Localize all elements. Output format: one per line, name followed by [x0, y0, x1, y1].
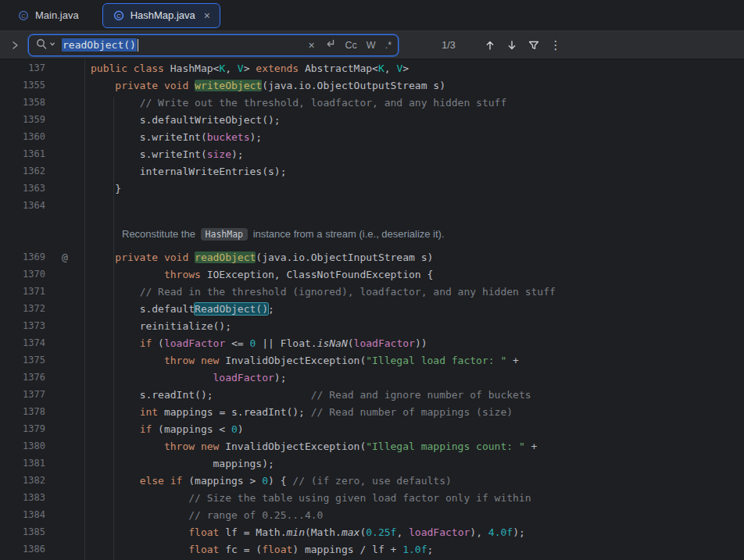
more-options-icon[interactable]: ⋮ [545, 36, 566, 55]
editor-tab-bar: C Main.java C HashMap.java × [0, 0, 744, 31]
expand-replace-chevron-icon[interactable] [9, 40, 20, 51]
code-editor[interactable]: 137public class HashMap<K, V> extends Ab… [0, 59, 744, 560]
line-number[interactable]: 1364 [0, 200, 45, 217]
code-line: 1386 float fc = (float) mappings / lf + … [0, 544, 744, 560]
code-text[interactable]: // Write out the threshold, loadfactor, … [84, 97, 744, 114]
clear-search-icon[interactable]: × [308, 40, 314, 51]
code-text[interactable]: float lf = Math.min(Math.max(0.25f, load… [84, 526, 744, 544]
line-number[interactable]: 1358 [0, 97, 45, 114]
code-text[interactable]: throws IOException, ClassNotFoundExcepti… [84, 269, 744, 286]
tab-main-java[interactable]: C Main.java [8, 4, 88, 27]
line-number[interactable]: 1362 [0, 166, 45, 183]
line-number[interactable]: 1359 [0, 114, 45, 131]
line-number[interactable]: 1376 [0, 372, 45, 389]
gutter-icon-slot [45, 492, 84, 509]
doc-comment-text: Reconstitute the HashMap instance from a… [84, 226, 445, 243]
code-text[interactable]: } [84, 183, 744, 200]
whole-words-toggle[interactable]: W [367, 40, 376, 51]
code-text[interactable] [84, 200, 744, 217]
code-text[interactable]: s.defaultReadObject(); [84, 303, 744, 320]
line-number[interactable]: 1363 [0, 183, 45, 200]
line-number[interactable]: 1375 [0, 355, 45, 372]
regex-toggle[interactable]: .* [385, 40, 392, 51]
code-text[interactable]: public class HashMap<K, V> extends Abstr… [84, 62, 744, 80]
gutter: 1370 [0, 269, 84, 286]
code-text[interactable]: s.defaultWriteObject(); [84, 114, 744, 131]
search-icon[interactable] [35, 37, 57, 53]
gutter-icon-slot [45, 544, 84, 560]
java-class-icon: C [17, 9, 30, 22]
svg-text:C: C [116, 12, 121, 19]
match-case-toggle[interactable]: Cc [345, 40, 357, 51]
line-number[interactable]: 1372 [0, 303, 45, 320]
code-text[interactable]: // Read in the threshold (ignored), load… [84, 286, 744, 303]
code-text[interactable]: if (loadFactor <= 0 || Float.isNaN(loadF… [84, 337, 744, 355]
gutter: 1371 [0, 286, 84, 303]
line-number[interactable]: 1360 [0, 131, 45, 148]
line-number[interactable]: 137 [0, 62, 45, 80]
gutter-icon-slot [45, 372, 84, 389]
line-number[interactable]: 1386 [0, 544, 45, 560]
gutter-icon-slot [45, 131, 84, 148]
gutter: 1377 [0, 389, 84, 406]
tab-hashmap-java[interactable]: C HashMap.java × [102, 3, 220, 28]
code-text[interactable]: // range of 0.25...4.0 [84, 509, 744, 526]
java-class-icon: C [113, 9, 125, 22]
code-text[interactable]: throw new InvalidObjectException("Illega… [84, 355, 744, 372]
code-lines: 137public class HashMap<K, V> extends Ab… [0, 62, 744, 560]
line-number[interactable]: 1373 [0, 320, 45, 337]
gutter-icon-slot [45, 526, 84, 544]
line-number[interactable]: 1379 [0, 423, 45, 441]
line-number[interactable]: 1361 [0, 148, 45, 166]
line-number[interactable]: 1374 [0, 337, 45, 355]
gutter: 1386 [0, 544, 84, 560]
gutter: 1361 [0, 148, 84, 166]
line-number[interactable]: 1370 [0, 269, 45, 286]
filter-icon[interactable] [524, 36, 544, 55]
line-number[interactable]: 1377 [0, 389, 45, 406]
code-text[interactable]: float fc = (float) mappings / lf + 1.0f; [84, 544, 744, 560]
code-text[interactable]: // Size the table using given load facto… [84, 492, 744, 509]
line-number[interactable]: 1380 [0, 441, 45, 458]
code-line: 1364 [0, 200, 744, 217]
line-number[interactable]: 1384 [0, 509, 45, 526]
line-number[interactable]: 1378 [0, 406, 45, 423]
code-line: 1363 } [0, 183, 744, 200]
search-input[interactable]: readObject() × Cc W .* [28, 34, 399, 56]
code-text[interactable]: if (mappings < 0) [84, 423, 744, 441]
code-text[interactable]: internalWriteEntries(s); [84, 166, 744, 183]
line-number[interactable]: 1382 [0, 475, 45, 492]
code-text[interactable]: reinitialize(); [84, 320, 744, 337]
code-text[interactable]: else if (mappings > 0) { // (if zero, us… [84, 475, 744, 492]
newline-icon[interactable] [324, 37, 336, 52]
gutter-icon-slot [45, 406, 84, 423]
code-text[interactable]: s.readInt(); // Read and ignore number o… [84, 389, 744, 406]
code-line: 1377 s.readInt(); // Read and ignore num… [0, 389, 744, 406]
close-tab-icon[interactable]: × [204, 10, 210, 21]
code-text[interactable]: s.writeInt(size); [84, 148, 744, 166]
code-text[interactable]: mappings); [84, 458, 744, 475]
line-number[interactable]: 1355 [0, 80, 45, 97]
next-match-button[interactable] [502, 36, 522, 55]
gutter-icon-slot [45, 320, 84, 337]
code-text[interactable]: loadFactor); [84, 372, 744, 389]
code-text[interactable]: s.writeInt(buckets); [84, 131, 744, 148]
code-line: 1380 throw new InvalidObjectException("I… [0, 441, 744, 458]
line-number[interactable]: 1383 [0, 492, 45, 509]
code-line: 1376 loadFactor); [0, 372, 744, 389]
code-text[interactable]: int mappings = s.readInt(); // Read numb… [84, 406, 744, 423]
ide-window: C Main.java C HashMap.java × readObject(… [0, 0, 744, 560]
gutter: 1364 [0, 200, 84, 217]
annotation-gutter-icon[interactable]: @ [45, 251, 84, 269]
line-number[interactable]: 1381 [0, 458, 45, 475]
gutter-icon-slot [45, 458, 84, 475]
previous-match-button[interactable] [480, 36, 500, 55]
line-number[interactable]: 1385 [0, 526, 45, 544]
line-number[interactable]: 1369 [0, 251, 45, 269]
line-number[interactable]: 1371 [0, 286, 45, 303]
code-line: 1372 s.defaultReadObject(); [0, 303, 744, 320]
code-text[interactable]: throw new InvalidObjectException("Illega… [84, 441, 744, 458]
gutter-icon-slot [45, 441, 84, 458]
code-text[interactable]: private void readObject(java.io.ObjectIn… [84, 251, 744, 269]
code-text[interactable]: private void writeObject(java.io.ObjectO… [84, 80, 744, 97]
